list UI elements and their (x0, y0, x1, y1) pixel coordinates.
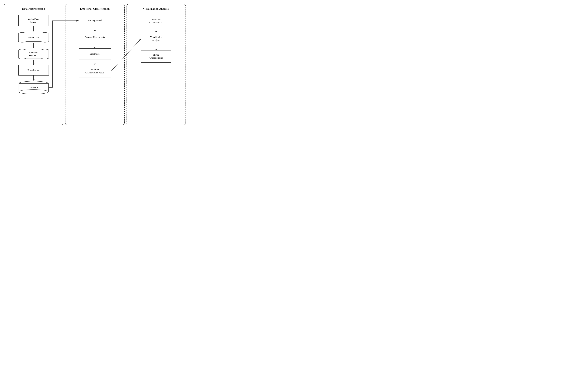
node-training-label: Training Model (88, 19, 102, 22)
arrow-temporal-vis (155, 27, 157, 33)
node-best: Best Model (79, 49, 111, 60)
node-weibo: Weibo PostsContent (18, 15, 49, 26)
panel-left-title: Data Preprocessing (22, 7, 45, 10)
arrow-stop-token (33, 60, 35, 65)
svg-point-4 (19, 90, 48, 94)
node-training: Training Model (79, 15, 111, 26)
panel-visualization: Visualization Analysis TemporalCharacter… (127, 4, 186, 125)
node-emotion: EmotionClassification Result (79, 65, 111, 77)
node-best-label: Best Model (90, 52, 100, 56)
node-stopwords-label: StopwordsRemove (29, 51, 38, 57)
diagram-container: Data Preprocessing Weibo PostsContent So… (4, 4, 186, 125)
node-temporal: TemporalCharacteristics (141, 15, 171, 27)
right-flow: TemporalCharacteristics VisualizationAna… (130, 13, 183, 63)
node-database: Database (18, 81, 49, 94)
mid-flow: Training Model Contrast Experiments Best… (68, 13, 121, 77)
panel-preprocessing: Data Preprocessing Weibo PostsContent So… (4, 4, 63, 125)
node-source: Source Data (18, 32, 49, 43)
panel-emotional: Emotional Classification Training Model … (65, 4, 124, 125)
node-vis-analysis: VisualizationAnalysis (141, 33, 171, 45)
node-contrast: Contrast Experiments (79, 32, 111, 43)
arrow-token-db (33, 76, 35, 81)
arrow-best-emotion (94, 60, 96, 65)
node-spatial-label: SpatialCharacteristics (149, 53, 163, 59)
node-tokenization: Tokenization (18, 65, 49, 76)
arrow-contrast-best (94, 43, 96, 49)
node-vis-label: VisualizationAnalysis (150, 36, 162, 42)
arrow-source-stop (33, 43, 35, 49)
panel-middle-title: Emotional Classification (80, 7, 110, 10)
panel-right-title: Visualization Analysis (143, 7, 170, 10)
arrow-training-contrast (94, 26, 96, 32)
node-weibo-label: Weibo PostsContent (28, 18, 39, 24)
node-contrast-label: Contrast Experiments (85, 36, 105, 39)
node-stopwords: StopwordsRemove (18, 49, 49, 60)
node-database-label: Database (29, 86, 38, 89)
node-temporal-label: TemporalCharacteristics (149, 18, 163, 24)
node-source-label: Source Data (28, 36, 39, 39)
node-tokenization-label: Tokenization (28, 69, 39, 72)
node-emotion-label: EmotionClassification Result (85, 68, 104, 74)
node-spatial: SpatialCharacteristics (141, 50, 171, 63)
left-flow: Weibo PostsContent Source Data Stopwords… (7, 13, 60, 94)
arrow-weibo-source (33, 26, 35, 32)
